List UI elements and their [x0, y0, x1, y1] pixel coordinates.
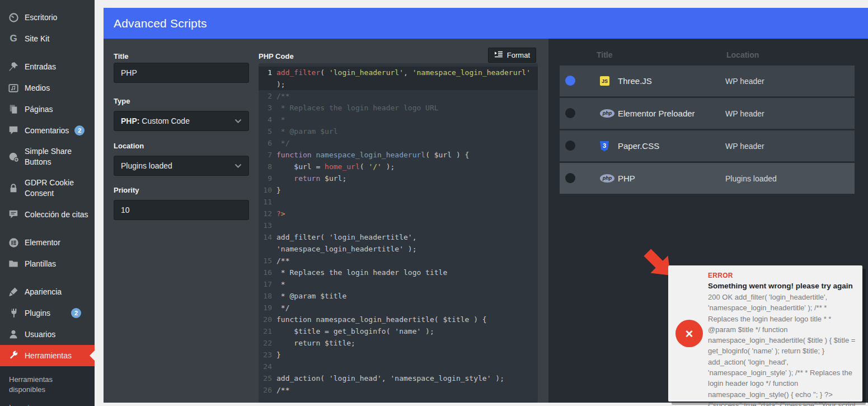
location-select[interactable]: Plugins loaded	[114, 156, 249, 176]
sidebar-item-label: Herramientas	[25, 351, 89, 361]
line-content: *	[276, 114, 538, 125]
code-line: 14add_filter( 'login_headertitle', 'name…	[259, 231, 538, 255]
sidebar-item-label: Plugins	[25, 308, 65, 319]
sidebar-item-label: Comentarios	[25, 125, 69, 136]
code-line: 8 $url = home_url( '/' );	[259, 161, 538, 172]
lock-icon	[8, 183, 19, 194]
code-line: 25add_action( 'login_head', 'namespace_l…	[259, 372, 538, 384]
line-content: $title = get_bloginfo( 'name' );	[276, 325, 538, 337]
title-input[interactable]	[114, 63, 249, 83]
pin-icon	[8, 61, 19, 72]
scripts-table: JSThree.JSWP headerphpElementor Preloade…	[560, 66, 855, 195]
line-number: 1	[259, 67, 276, 90]
error-popup: × ERROR Something went wrong! please try…	[668, 265, 862, 402]
format-button[interactable]: Format	[488, 48, 536, 63]
line-content: * @param $url	[276, 125, 538, 137]
script-row-elementor-preloader[interactable]: phpElementor PreloaderWP header	[560, 98, 855, 129]
sidebar-item-plugins[interactable]: Plugins2	[0, 302, 95, 324]
line-number: 21	[259, 325, 276, 337]
sidebar-item-apariencia[interactable]: Apariencia	[0, 281, 95, 302]
script-location: Plugins loaded	[725, 174, 777, 183]
line-number: 5	[259, 125, 276, 137]
sidebar-item-usuarios[interactable]: Usuarios	[0, 324, 95, 345]
code-line: 9 return $url;	[259, 172, 538, 184]
line-number: 26	[259, 384, 276, 396]
script-location: WP header	[725, 142, 764, 151]
line-number: 4	[259, 114, 276, 125]
sidebar-item-label: Medios	[25, 83, 89, 94]
sidebar-item-escritorio[interactable]: Escritorio	[0, 7, 95, 28]
column-header-title: Title	[597, 50, 613, 59]
line-content: }	[276, 349, 538, 361]
line-number: 8	[259, 161, 276, 172]
sidebar-item-herramientas[interactable]: Herramientas	[0, 345, 95, 366]
enable-toggle[interactable]	[565, 76, 575, 86]
format-button-label: Format	[507, 51, 530, 59]
count-badge: 2	[74, 125, 85, 136]
line-number: 9	[259, 172, 276, 184]
code-line: 20function namespace_login_headertitle( …	[259, 314, 538, 325]
location-value: Plugins loaded	[121, 161, 234, 170]
type-select[interactable]: PHP: Custom Code	[114, 111, 249, 131]
sidebar-item-elementor[interactable]: Elementor	[0, 232, 95, 253]
submenu-item-importar[interactable]: Importar	[0, 399, 95, 406]
code-line: 23}	[259, 349, 538, 361]
page-header: Advanced Scripts	[104, 8, 868, 39]
share-icon	[8, 151, 19, 162]
sidebar-submenu: Herramientas disponiblesImportar	[0, 366, 95, 406]
script-title: Elementor Preloader	[618, 109, 695, 118]
line-content: *	[276, 278, 538, 290]
sidebar-item-gdpr-cookie-consent[interactable]: GDPR Cookie Consent	[0, 172, 95, 204]
code-line: 2/**	[259, 90, 538, 102]
sidebar-item-medios[interactable]: Medios	[0, 77, 95, 99]
sidebar-item-site-kit[interactable]: GSite Kit	[0, 28, 95, 49]
menu-separator	[0, 49, 95, 56]
error-close-icon[interactable]: ×	[675, 320, 703, 347]
script-row-paper-css[interactable]: 3Paper.CSSWP header	[560, 130, 855, 161]
script-row-php[interactable]: phpPHPPlugins loaded	[560, 163, 855, 194]
line-content	[276, 196, 538, 208]
code-line: 22 return $title;	[259, 337, 538, 349]
line-number: 17	[259, 278, 276, 290]
plugins-icon	[8, 307, 19, 319]
sidebar-item-p-ginas[interactable]: Páginas	[0, 99, 95, 120]
js-icon: JS	[600, 76, 614, 86]
sidebar-item-colecci-n-de-citas[interactable]: Colección de citas	[0, 204, 95, 225]
code-line: 15/**	[259, 255, 538, 267]
priority-input[interactable]	[114, 200, 249, 220]
enable-toggle[interactable]	[565, 173, 575, 183]
script-title: Three.JS	[618, 76, 652, 86]
folder-icon	[8, 258, 19, 269]
tools-icon	[8, 350, 19, 361]
code-line: 18 * @param $title	[259, 290, 538, 302]
media-icon	[8, 82, 19, 94]
enable-toggle[interactable]	[565, 141, 575, 151]
enable-toggle[interactable]	[565, 108, 575, 118]
error-popup-subtitle: Something went wrong! please try again	[708, 282, 857, 290]
sidebar-item-simple-share-buttons[interactable]: Simple Share Buttons	[0, 141, 95, 172]
error-popup-body: 200 OK add_filter( 'login_headertitle', …	[708, 292, 857, 406]
submenu-item-herramientas-disponibles[interactable]: Herramientas disponibles	[0, 371, 95, 399]
line-content: /**	[276, 384, 538, 396]
line-number: 6	[259, 137, 276, 149]
php-code-label: PHP Code	[259, 52, 294, 60]
sidebar-item-comentarios[interactable]: Comentarios2	[0, 120, 95, 141]
pages-icon	[8, 104, 19, 115]
menu-separator	[0, 274, 95, 281]
line-content: */	[276, 137, 538, 149]
priority-label: Priority	[114, 186, 139, 194]
sidebar-item-label: Elementor	[25, 237, 89, 248]
line-content: add_filter( 'login_headertitle', 'namesp…	[276, 231, 538, 255]
line-content: function namespace_login_headertitle( $t…	[276, 314, 538, 325]
line-content: function namespace_login_headerurl( $url…	[276, 149, 538, 161]
line-content: /**	[276, 90, 538, 102]
menu-separator	[0, 225, 95, 232]
php-icon: php	[600, 174, 614, 183]
sidebar-item-plantillas[interactable]: Plantillas	[0, 253, 95, 274]
script-row-three-js[interactable]: JSThree.JSWP header	[560, 66, 855, 96]
elementor-icon	[8, 237, 19, 248]
php-code-editor[interactable]: 1add_filter( 'login_headerurl', 'namespa…	[259, 63, 538, 403]
sidebar-item-entradas[interactable]: Entradas	[0, 56, 95, 77]
line-number: 19	[259, 302, 276, 314]
format-icon	[494, 51, 503, 59]
